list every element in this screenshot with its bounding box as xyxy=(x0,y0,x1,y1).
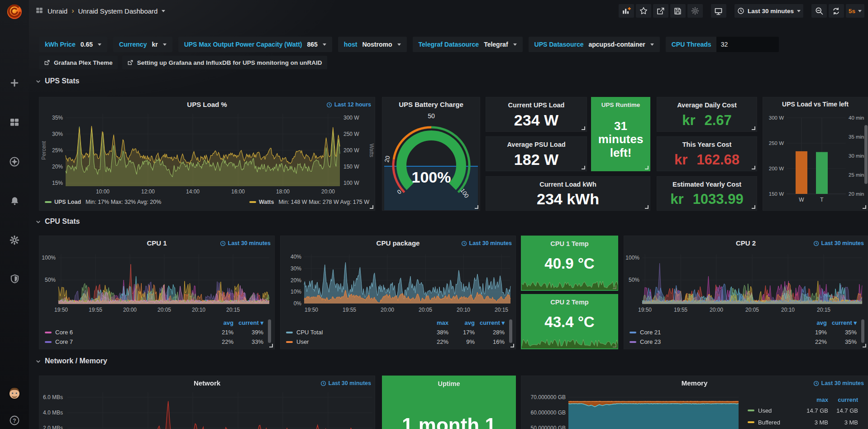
legend-column-current[interactable]: current ▾ xyxy=(234,319,263,326)
time-range-picker[interactable]: Last 30 minutes xyxy=(734,4,803,18)
legend-series-name[interactable]: Used xyxy=(748,407,802,414)
stat-title[interactable]: Current Load kWh xyxy=(486,181,650,188)
dashboard-link[interactable]: Setting up Grafana and InfluxDB for UPS … xyxy=(122,56,327,69)
panel-current-ups-load: Current UPS Load 234 W xyxy=(486,97,587,132)
legend-column-avg[interactable]: avg xyxy=(448,319,475,326)
legend-series-name[interactable]: Buffered xyxy=(748,419,802,426)
legend-scrollbar[interactable] xyxy=(268,319,271,343)
variable-host[interactable]: hostNostromo xyxy=(338,37,407,52)
dashboard-link[interactable]: Grafana Plex Theme xyxy=(39,56,118,69)
save-button[interactable] xyxy=(670,4,686,18)
page-scrollbar[interactable] xyxy=(864,125,868,184)
variable-label: UPS Max Output Power Capacity (Watt) xyxy=(184,41,302,48)
legend-value: 3 MB xyxy=(802,419,828,426)
legend-scrollbar[interactable] xyxy=(861,319,864,343)
legend-column-max[interactable]: max xyxy=(422,319,448,326)
panel-title[interactable]: UPS Load vs Time left xyxy=(763,101,868,108)
legend-item[interactable]: UPS LoadMin: 17% Max: 32% Avg: 20% xyxy=(45,199,161,205)
legend-column-avg[interactable]: avg xyxy=(801,319,827,326)
legend-column-current[interactable]: current ▾ xyxy=(475,319,505,326)
star-button[interactable] xyxy=(636,4,651,18)
dashboards-icon[interactable] xyxy=(0,112,29,132)
variable-value[interactable]: Nostromo xyxy=(362,41,392,48)
variable-currency[interactable]: Currencykr xyxy=(113,37,172,52)
variable-value[interactable]: 0.65 xyxy=(81,41,93,48)
svg-text:200 W: 200 W xyxy=(769,166,784,171)
dashboard-settings-button[interactable] xyxy=(687,4,703,18)
ups-load-chart[interactable]: 35%30%25%20%15%300 W250 W200 W150 W100 W… xyxy=(39,97,375,210)
section-cpu-stats[interactable]: CPU Stats xyxy=(35,217,80,226)
variable-ups-max-output-power-capacity-watt-[interactable]: UPS Max Output Power Capacity (Watt)865 xyxy=(178,37,332,52)
variable-ups-datasource[interactable]: UPS Datasourceapcupsd-container xyxy=(529,37,660,52)
dashboard-title[interactable]: Unraid System Dashboard xyxy=(78,7,158,15)
user-avatar[interactable] xyxy=(0,383,29,403)
zoom-out-button[interactable] xyxy=(811,4,827,18)
panel-title[interactable]: UPS Load % xyxy=(39,101,375,108)
legend-series-name[interactable]: Core 23 xyxy=(630,338,801,345)
alerting-bell-icon[interactable] xyxy=(0,191,29,211)
legend-series-name[interactable]: Core 6 xyxy=(45,329,207,336)
svg-text:20: 20 xyxy=(383,155,391,163)
variable-value[interactable]: 865 xyxy=(307,41,318,48)
share-button[interactable] xyxy=(653,4,668,18)
stat-title[interactable]: This Years Cost xyxy=(657,141,757,148)
admin-shield-icon[interactable] xyxy=(0,269,29,289)
legend-item[interactable]: WattsMin: 148 W Max: 278 W Avg: 175 W xyxy=(249,199,369,205)
breadcrumb[interactable]: Unraid › Unraid System Dashboard xyxy=(35,6,165,16)
stat-title[interactable]: Average PSU Load xyxy=(486,141,587,148)
variable-cpu-threads[interactable]: CPU Threads32 xyxy=(666,37,779,52)
add-icon[interactable] xyxy=(0,73,29,93)
variable-value[interactable]: kr xyxy=(152,41,157,48)
stat-title[interactable]: Estimated Yearly Cost xyxy=(657,181,757,188)
legend-column-max[interactable]: max xyxy=(802,396,828,403)
svg-text:60.000000 GB: 60.000000 GB xyxy=(531,410,566,416)
kiosk-tv-button[interactable] xyxy=(711,4,726,18)
variable-kwh-price[interactable]: kWh Price0.65 xyxy=(39,37,107,52)
link-label: Grafana Plex Theme xyxy=(54,59,113,66)
stat-title[interactable]: Uptime xyxy=(382,380,515,387)
svg-text:19:55: 19:55 xyxy=(89,307,102,313)
section-network-memory[interactable]: Network / Memory xyxy=(35,357,107,365)
breadcrumb-folder[interactable]: Unraid xyxy=(48,7,67,15)
stat-title[interactable]: UPS Runtime xyxy=(591,101,650,108)
variable-telegraf-datasource[interactable]: Telegraf DatasourceTelegraf xyxy=(413,37,523,52)
panel-cpu2-temp: CPU 2 Temp 43.4 °C xyxy=(521,294,618,349)
panel-title[interactable]: UPS Battery Charge xyxy=(382,101,480,108)
stat-title[interactable]: Current UPS Load xyxy=(486,101,587,109)
variable-value[interactable]: apcupsd-container xyxy=(589,41,645,48)
legend-column-current[interactable]: current ▾ xyxy=(827,319,857,326)
legend-value: 22% xyxy=(207,338,234,345)
variable-value[interactable]: Telegraf xyxy=(484,41,508,48)
battery-gauge: 02050100100% xyxy=(382,97,480,210)
refresh-button[interactable] xyxy=(829,4,844,18)
dashboard-grid-icon[interactable] xyxy=(35,6,43,16)
legend-series-name[interactable]: User xyxy=(286,338,422,345)
chevron-down-icon xyxy=(35,219,41,225)
chevron-down-icon xyxy=(797,10,801,12)
section-ups-stats[interactable]: UPS Stats xyxy=(35,77,79,85)
svg-text:20:00: 20:00 xyxy=(381,307,394,313)
refresh-interval-picker[interactable]: 5s xyxy=(846,4,864,18)
legend-series-name[interactable]: Core 21 xyxy=(630,329,801,336)
variable-input[interactable]: 32 xyxy=(716,37,779,52)
legend-row: CPU Total38%17%28% xyxy=(286,328,505,337)
svg-text:35 min: 35 min xyxy=(849,134,864,140)
stat-title[interactable]: Average Daily Cost xyxy=(657,101,757,109)
legend-value: 9% xyxy=(448,338,475,345)
configuration-gear-icon[interactable] xyxy=(0,230,29,250)
legend-series-name[interactable]: Core 7 xyxy=(45,338,207,345)
help-icon[interactable]: ? xyxy=(0,410,29,429)
grafana-logo-icon[interactable] xyxy=(6,3,23,20)
legend-scrollbar[interactable] xyxy=(509,319,512,343)
legend-row: Used14.7 GB14.7 GB xyxy=(748,405,858,416)
series-color-swatch xyxy=(286,332,293,333)
svg-text:100%: 100% xyxy=(412,169,451,186)
explore-compass-icon[interactable] xyxy=(0,152,29,172)
stat-title[interactable]: CPU 1 Temp xyxy=(521,240,618,247)
add-panel-button[interactable] xyxy=(619,4,634,18)
chevron-down-icon[interactable] xyxy=(162,10,165,12)
legend-column-current[interactable]: current xyxy=(828,396,858,403)
legend-column-avg[interactable]: avg xyxy=(207,319,234,326)
stat-title[interactable]: CPU 2 Temp xyxy=(521,299,618,306)
legend-series-name[interactable]: CPU Total xyxy=(286,329,422,336)
